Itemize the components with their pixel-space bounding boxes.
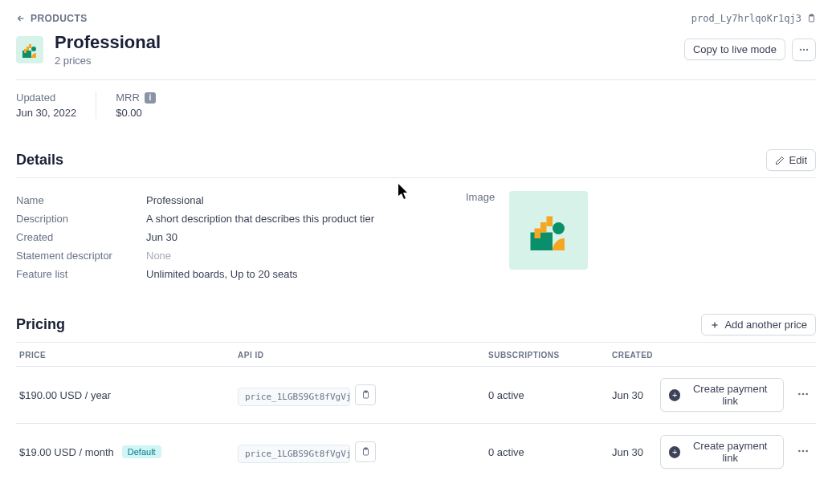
svg-rect-16 [365,391,368,392]
info-icon[interactable]: i [145,92,156,104]
detail-desc-value: A short description that describes this … [146,213,374,225]
detail-stmt-label: Statement descriptor [16,250,146,262]
created-value: Jun 30 [609,367,657,424]
object-id: prod_Ly7hrlqoKr1qj3 [691,13,816,24]
price-value: $190.00 USD / year [19,389,111,401]
subscriptions-value: 0 active [485,367,609,424]
svg-rect-5 [24,49,27,53]
clipboard-icon [361,390,370,400]
detail-feat-label: Feature list [16,268,146,280]
meta-updated-value: Jun 30, 2022 [16,107,76,119]
product-icon [524,206,573,254]
meta-mrr-value: $0.00 [116,107,156,119]
breadcrumb-label: PRODUCTS [31,13,88,24]
detail-created-value: Jun 30 [146,231,177,243]
detail-name-label: Name [16,194,146,206]
create-payment-link-button[interactable]: +Create payment link [660,435,784,469]
svg-point-9 [806,48,808,50]
product-image[interactable] [509,191,588,270]
svg-point-18 [802,392,805,395]
more-horizontal-icon [797,445,810,457]
details-heading: Details [16,152,63,169]
price-row[interactable]: $190.00 USD / yearprice_1LGBS9Gt8fVgVjI0… [16,367,816,424]
svg-rect-1 [810,14,814,16]
svg-point-19 [805,392,808,395]
col-price: PRICE [16,343,235,367]
pricing-heading: Pricing [16,316,65,333]
row-more-button[interactable] [793,384,813,406]
breadcrumb-back[interactable]: PRODUCTS [16,13,88,24]
meta-mrr-label: MRR [116,91,140,104]
price-row[interactable]: $19.00 USD / monthDefaultprice_1LGBS9Gt8… [16,424,816,481]
default-badge: Default [122,445,161,458]
svg-point-8 [803,48,805,50]
svg-rect-21 [365,448,368,449]
header-more-button[interactable] [792,39,816,61]
pricing-table: PRICE API ID SUBSCRIPTIONS CREATED $190.… [16,343,816,480]
meta-updated: Updated Jun 30, 2022 [16,91,96,119]
product-icon [20,40,39,59]
plus-icon [710,320,720,330]
page-subtitle: 2 prices [55,55,161,67]
detail-name-value: Professional [146,194,204,206]
svg-rect-10 [531,233,553,251]
svg-point-24 [805,449,808,452]
add-price-button[interactable]: Add another price [701,314,816,335]
detail-stmt-value: None [146,250,171,262]
create-payment-link-label: Create payment link [685,440,775,464]
image-label: Image [466,191,495,283]
copy-to-live-label: Copy to live mode [693,43,777,55]
pencil-icon [775,156,785,165]
subscriptions-value: 0 active [485,424,609,481]
detail-created-label: Created [16,231,146,243]
detail-desc-label: Description [16,213,146,225]
clipboard-icon[interactable] [806,14,816,23]
plus-circle-icon: + [669,446,680,458]
created-value: Jun 30 [609,424,657,481]
col-api: API ID [235,343,485,367]
more-horizontal-icon [798,44,810,55]
copy-api-id-button[interactable] [355,384,376,405]
col-created: CREATED [609,343,657,367]
detail-feat-value: Unlimited boards, Up to 20 seats [146,268,298,280]
arrow-left-icon [16,14,26,23]
svg-rect-11 [547,217,553,227]
meta-mrr: MRR i $0.00 [96,91,175,119]
svg-point-6 [31,47,36,51]
svg-rect-3 [29,44,31,48]
row-more-button[interactable] [793,441,813,463]
svg-rect-13 [535,229,541,239]
product-thumbnail [16,36,43,63]
svg-rect-12 [540,222,547,233]
price-value: $19.00 USD / month [19,446,114,458]
create-payment-link-label: Create payment link [685,383,775,407]
svg-point-17 [798,392,801,395]
col-subs: SUBSCRIPTIONS [485,343,609,367]
add-price-label: Add another price [724,319,807,331]
api-id-chip[interactable]: price_1LGBS9Gt8fVgVjI [238,445,350,463]
edit-label: Edit [789,154,807,166]
svg-rect-4 [27,47,29,51]
svg-point-23 [802,449,805,452]
copy-to-live-button[interactable]: Copy to live mode [684,39,785,60]
clipboard-icon [361,447,370,457]
svg-point-14 [553,222,565,234]
svg-rect-2 [22,51,31,58]
edit-details-button[interactable]: Edit [766,149,816,171]
create-payment-link-button[interactable]: +Create payment link [660,378,784,412]
object-id-text: prod_Ly7hrlqoKr1qj3 [691,13,801,24]
svg-point-22 [798,449,801,452]
meta-updated-label: Updated [16,91,76,104]
svg-point-7 [800,48,801,50]
more-horizontal-icon [797,388,810,400]
api-id-chip[interactable]: price_1LGBS9Gt8fVgVjI [238,388,350,406]
copy-api-id-button[interactable] [355,441,376,462]
plus-circle-icon: + [669,389,680,401]
page-title: Professional [55,32,161,53]
